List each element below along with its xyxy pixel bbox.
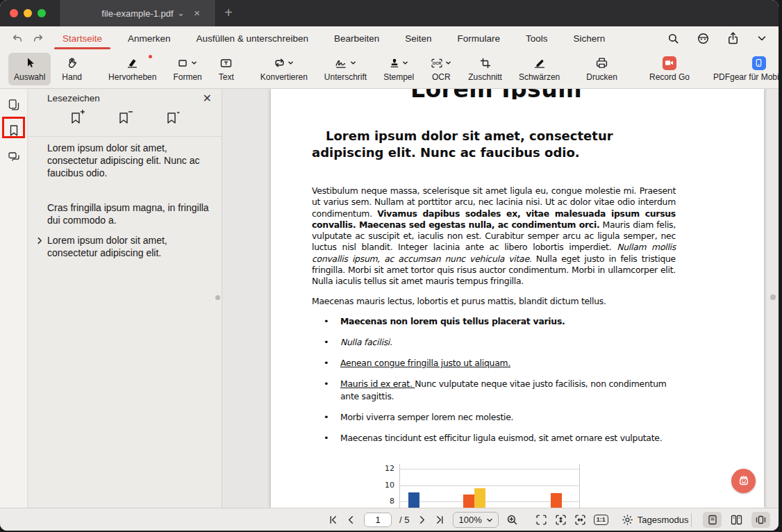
tool-hand[interactable]: Hand	[56, 53, 88, 85]
undo-icon[interactable]	[11, 33, 23, 44]
assistant-icon[interactable]	[697, 32, 710, 45]
share-icon[interactable]	[727, 32, 739, 44]
tool-formen[interactable]: Formen	[167, 53, 207, 85]
menu-tab-formulare[interactable]: Formulare	[458, 33, 501, 44]
single-page-view-icon[interactable]	[703, 512, 722, 528]
tool-hervorheben[interactable]: Hervorheben	[103, 53, 162, 85]
tool-text[interactable]: Text	[213, 53, 240, 85]
bullet-item: Morbi viverra semper lorem nec molestie.	[312, 411, 681, 424]
stamp-icon	[389, 57, 400, 69]
bullet-item: Nulla facilisi.	[312, 336, 681, 349]
annotation-highlight-box	[2, 117, 25, 138]
zoom-value: 100%	[458, 515, 481, 525]
fit-page-icon[interactable]	[535, 514, 547, 526]
remove-bookmark-icon[interactable]	[117, 110, 133, 129]
cursor-icon	[24, 56, 35, 69]
dropdown-chevron-icon	[445, 60, 451, 66]
zoom-window-button[interactable]	[38, 9, 46, 17]
statusbar-navigation: / 5 100% 1:1	[328, 508, 688, 531]
highlighter-icon	[126, 56, 138, 69]
tool-schwaerzen[interactable]: Schwärzen	[513, 53, 565, 85]
menu-tab-startseite[interactable]: Startseite	[63, 33, 102, 44]
actual-size-icon[interactable]: 1:1	[594, 515, 608, 525]
shapes-icon	[178, 58, 189, 69]
fit-width-icon[interactable]	[574, 514, 586, 526]
document-viewport: Lorem Ipsum Lorem ipsum dolor sit amet, …	[223, 89, 779, 508]
chevron-down-icon[interactable]	[756, 33, 767, 44]
close-window-button[interactable]	[10, 9, 18, 17]
bookmark-options-icon[interactable]	[165, 110, 181, 129]
minimize-window-button[interactable]	[24, 9, 32, 17]
convert-icon	[274, 57, 285, 69]
tab-title: file-example-1.pdf	[101, 8, 173, 19]
statusbar: / 5 100% 1:1	[0, 508, 779, 531]
pdf-page: Lorem Ipsum Lorem ipsum dolor sit amet, …	[271, 89, 764, 508]
bookmark-item[interactable]: Lorem ipsum dolor sit amet, consectetur …	[47, 234, 214, 259]
tool-record-go[interactable]: Record Go	[644, 53, 695, 85]
tab-chevron-down-icon[interactable]: ⌄	[177, 8, 185, 19]
document-title: Lorem Ipsum	[312, 89, 681, 99]
text-box-icon	[220, 56, 232, 69]
menu-items: Startseite Anmerken Ausfüllen & untersch…	[63, 33, 605, 44]
close-icon[interactable]: ✕	[203, 92, 212, 105]
menu-tab-sichern[interactable]: Sichern	[574, 33, 606, 44]
chart-ytick-label: 12	[381, 464, 394, 473]
tool-konvertieren[interactable]: Konvertieren	[255, 53, 313, 85]
search-icon[interactable]	[667, 33, 679, 44]
chart-bar-yellow	[474, 488, 485, 508]
tool-pdfgear-mobile[interactable]: PDFgear für Mobilgeräte	[708, 53, 779, 85]
first-page-icon[interactable]	[328, 515, 338, 525]
next-page-icon[interactable]	[417, 515, 427, 525]
scrollbar-thumb[interactable]	[770, 294, 776, 300]
panel-resize-handle[interactable]	[215, 295, 220, 300]
expand-chevron-icon[interactable]	[36, 235, 44, 247]
tool-drucken[interactable]: Drucken	[581, 53, 623, 85]
zoom-level-select[interactable]: 100%	[453, 512, 498, 528]
menu-tab-anmerken[interactable]: Anmerken	[128, 33, 171, 44]
hand-icon	[67, 56, 77, 69]
menu-tab-seiten[interactable]: Seiten	[405, 33, 431, 44]
page-total: / 5	[399, 515, 409, 525]
document-tab[interactable]: file-example-1.pdf ⌄ ×	[59, 0, 216, 26]
notification-badge	[149, 55, 152, 58]
chart-ytick-label: 8	[381, 497, 394, 506]
fit-height-icon[interactable]	[555, 514, 567, 526]
tool-unterschrift[interactable]: Unterschrift	[319, 53, 372, 85]
redo-icon[interactable]	[33, 33, 44, 44]
bookmark-item[interactable]: Cras fringilla ipsum magna, in fringilla…	[47, 201, 214, 226]
dropdown-chevron-icon	[402, 60, 408, 66]
add-bookmark-icon[interactable]	[69, 110, 85, 129]
titlebar: file-example-1.pdf ⌄ × +	[0, 0, 779, 26]
app-window: file-example-1.pdf ⌄ × + Startseite Anme…	[0, 0, 779, 531]
page-number-input[interactable]	[364, 513, 392, 527]
zoom-in-icon[interactable]	[506, 514, 518, 526]
main-area: Lesezeichen ✕ Lorem ipsum dolor sit amet…	[0, 89, 779, 508]
menu-tab-bearbeiten[interactable]: Bearbeiten	[334, 33, 379, 44]
chart-bar-orange	[551, 493, 562, 508]
tool-stempel[interactable]: Stempel	[378, 53, 419, 85]
tool-zuschnitt[interactable]: Zuschnitt	[463, 53, 508, 85]
menu-tab-ausfuellen[interactable]: Ausfüllen & unterschreiben	[197, 33, 308, 44]
vertical-scrollbar[interactable]	[766, 89, 779, 508]
bullet-item: Aenean congue fringilla justo ut aliquam…	[312, 357, 681, 369]
page-thumbnails-icon[interactable]	[8, 99, 20, 111]
menu-tab-tools[interactable]: Tools	[526, 33, 548, 44]
two-page-view-icon[interactable]	[727, 512, 746, 528]
tool-ocr[interactable]: OCR OCR	[425, 53, 457, 85]
continuous-view-icon[interactable]	[751, 512, 770, 528]
bookmark-item[interactable]: Lorem ipsum dolor sit amet, consectetur …	[47, 142, 214, 179]
robot-icon	[736, 474, 751, 489]
chart-bar-blue	[408, 492, 419, 508]
day-mode-toggle[interactable]: Tagesmodus	[622, 514, 689, 526]
prev-page-icon[interactable]	[346, 515, 356, 525]
statusbar-separator	[691, 513, 692, 527]
last-page-icon[interactable]	[435, 515, 445, 525]
document-bullet-list: Maecenas non lorem quis tellus placerat …	[312, 315, 681, 453]
ai-assistant-button[interactable]	[731, 469, 756, 493]
tab-close-icon[interactable]: ×	[194, 8, 200, 19]
comments-icon[interactable]	[8, 151, 20, 163]
redact-icon	[533, 56, 546, 69]
printer-icon	[596, 56, 608, 69]
new-tab-button[interactable]: +	[220, 4, 237, 21]
tool-auswahl[interactable]: Auswahl	[8, 53, 51, 85]
